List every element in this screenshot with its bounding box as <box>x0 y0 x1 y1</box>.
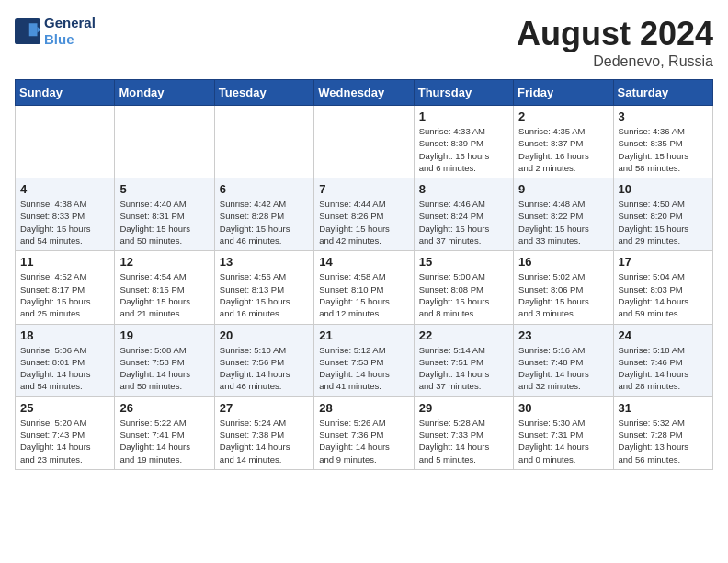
calendar-week-row: 25Sunrise: 5:20 AM Sunset: 7:43 PM Dayli… <box>16 396 713 469</box>
calendar-header-row: SundayMondayTuesdayWednesdayThursdayFrid… <box>16 80 713 106</box>
day-info: Sunrise: 5:30 AM Sunset: 7:31 PM Dayligh… <box>518 417 608 465</box>
calendar-week-row: 1Sunrise: 4:33 AM Sunset: 8:39 PM Daylig… <box>16 106 713 178</box>
day-number: 9 <box>518 182 608 196</box>
day-number: 22 <box>419 328 508 342</box>
day-info: Sunrise: 4:38 AM Sunset: 8:33 PM Dayligh… <box>20 198 109 247</box>
day-info: Sunrise: 4:54 AM Sunset: 8:15 PM Dayligh… <box>119 270 209 319</box>
day-info: Sunrise: 4:52 AM Sunset: 8:17 PM Dayligh… <box>20 270 109 319</box>
day-number: 7 <box>319 182 408 196</box>
calendar-cell: 8Sunrise: 4:46 AM Sunset: 8:24 PM Daylig… <box>414 178 513 251</box>
day-number: 6 <box>220 182 309 196</box>
day-info: Sunrise: 4:40 AM Sunset: 8:31 PM Dayligh… <box>119 198 209 247</box>
day-info: Sunrise: 4:50 AM Sunset: 8:20 PM Dayligh… <box>619 198 708 247</box>
day-number: 5 <box>119 182 209 196</box>
day-info: Sunrise: 4:42 AM Sunset: 8:28 PM Dayligh… <box>220 198 309 247</box>
calendar-cell <box>314 106 414 178</box>
day-number: 4 <box>20 182 109 196</box>
logo: General Blue <box>15 15 96 48</box>
day-info: Sunrise: 5:00 AM Sunset: 8:08 PM Dayligh… <box>419 270 508 319</box>
col-header-monday: Monday <box>115 80 214 106</box>
day-number: 19 <box>119 328 209 342</box>
calendar-week-row: 18Sunrise: 5:06 AM Sunset: 8:01 PM Dayli… <box>16 324 713 396</box>
page-header: General Blue August 2024 Dedenevo, Russi… <box>15 15 713 70</box>
day-number: 18 <box>20 328 109 342</box>
calendar-cell: 22Sunrise: 5:14 AM Sunset: 7:51 PM Dayli… <box>414 324 513 396</box>
calendar-cell: 16Sunrise: 5:02 AM Sunset: 8:06 PM Dayli… <box>514 251 613 324</box>
calendar-week-row: 4Sunrise: 4:38 AM Sunset: 8:33 PM Daylig… <box>16 178 713 251</box>
day-number: 29 <box>419 401 508 415</box>
day-info: Sunrise: 5:26 AM Sunset: 7:36 PM Dayligh… <box>319 417 408 465</box>
day-info: Sunrise: 5:18 AM Sunset: 7:46 PM Dayligh… <box>619 344 708 393</box>
day-number: 15 <box>419 255 508 269</box>
day-number: 21 <box>319 328 408 342</box>
day-info: Sunrise: 5:10 AM Sunset: 7:56 PM Dayligh… <box>220 344 309 393</box>
calendar-week-row: 11Sunrise: 4:52 AM Sunset: 8:17 PM Dayli… <box>16 251 713 324</box>
logo-icon <box>15 18 40 44</box>
calendar-cell: 17Sunrise: 5:04 AM Sunset: 8:03 PM Dayli… <box>613 251 712 324</box>
day-info: Sunrise: 4:33 AM Sunset: 8:39 PM Dayligh… <box>419 125 508 174</box>
calendar-cell: 11Sunrise: 4:52 AM Sunset: 8:17 PM Dayli… <box>16 251 115 324</box>
day-number: 16 <box>518 255 608 269</box>
day-info: Sunrise: 5:02 AM Sunset: 8:06 PM Dayligh… <box>518 270 608 319</box>
day-number: 27 <box>220 401 309 415</box>
calendar-cell: 15Sunrise: 5:00 AM Sunset: 8:08 PM Dayli… <box>414 251 513 324</box>
title-block: August 2024 Dedenevo, Russia <box>517 15 713 70</box>
calendar-cell: 12Sunrise: 4:54 AM Sunset: 8:15 PM Dayli… <box>115 251 214 324</box>
day-number: 17 <box>619 255 708 269</box>
calendar-cell: 2Sunrise: 4:35 AM Sunset: 8:37 PM Daylig… <box>514 106 613 178</box>
day-info: Sunrise: 4:46 AM Sunset: 8:24 PM Dayligh… <box>419 198 508 247</box>
calendar-cell: 26Sunrise: 5:22 AM Sunset: 7:41 PM Dayli… <box>115 396 214 469</box>
day-number: 14 <box>319 255 408 269</box>
day-number: 24 <box>619 328 708 342</box>
calendar-cell: 19Sunrise: 5:08 AM Sunset: 7:58 PM Dayli… <box>115 324 214 396</box>
col-header-saturday: Saturday <box>613 80 712 106</box>
day-number: 10 <box>619 182 708 196</box>
calendar-cell: 28Sunrise: 5:26 AM Sunset: 7:36 PM Dayli… <box>314 396 414 469</box>
month-year-title: August 2024 <box>517 15 713 53</box>
calendar-cell: 31Sunrise: 5:32 AM Sunset: 7:28 PM Dayli… <box>613 396 712 469</box>
day-number: 30 <box>518 401 608 415</box>
calendar-cell: 5Sunrise: 4:40 AM Sunset: 8:31 PM Daylig… <box>115 178 214 251</box>
day-number: 12 <box>119 255 209 269</box>
calendar-cell: 29Sunrise: 5:28 AM Sunset: 7:33 PM Dayli… <box>414 396 513 469</box>
day-number: 1 <box>419 109 508 123</box>
col-header-wednesday: Wednesday <box>314 80 414 106</box>
day-info: Sunrise: 5:08 AM Sunset: 7:58 PM Dayligh… <box>119 344 209 393</box>
calendar-cell <box>115 106 214 178</box>
calendar-cell: 1Sunrise: 4:33 AM Sunset: 8:39 PM Daylig… <box>414 106 513 178</box>
day-info: Sunrise: 4:36 AM Sunset: 8:35 PM Dayligh… <box>619 125 708 174</box>
calendar-cell: 20Sunrise: 5:10 AM Sunset: 7:56 PM Dayli… <box>214 324 313 396</box>
day-number: 8 <box>419 182 508 196</box>
logo-text: General Blue <box>44 15 96 48</box>
day-info: Sunrise: 5:06 AM Sunset: 8:01 PM Dayligh… <box>20 344 109 393</box>
col-header-friday: Friday <box>514 80 613 106</box>
calendar-cell: 23Sunrise: 5:16 AM Sunset: 7:48 PM Dayli… <box>514 324 613 396</box>
day-info: Sunrise: 5:20 AM Sunset: 7:43 PM Dayligh… <box>20 417 109 465</box>
day-number: 26 <box>119 401 209 415</box>
calendar-cell: 10Sunrise: 4:50 AM Sunset: 8:20 PM Dayli… <box>613 178 712 251</box>
calendar-cell: 9Sunrise: 4:48 AM Sunset: 8:22 PM Daylig… <box>514 178 613 251</box>
calendar-cell <box>214 106 313 178</box>
calendar-cell: 24Sunrise: 5:18 AM Sunset: 7:46 PM Dayli… <box>613 324 712 396</box>
day-info: Sunrise: 4:35 AM Sunset: 8:37 PM Dayligh… <box>518 125 608 174</box>
day-number: 31 <box>619 401 708 415</box>
calendar-cell: 6Sunrise: 4:42 AM Sunset: 8:28 PM Daylig… <box>214 178 313 251</box>
day-info: Sunrise: 4:56 AM Sunset: 8:13 PM Dayligh… <box>220 270 309 319</box>
calendar-cell: 13Sunrise: 4:56 AM Sunset: 8:13 PM Dayli… <box>214 251 313 324</box>
day-info: Sunrise: 5:16 AM Sunset: 7:48 PM Dayligh… <box>518 344 608 393</box>
day-number: 13 <box>220 255 309 269</box>
day-number: 20 <box>220 328 309 342</box>
calendar-cell: 27Sunrise: 5:24 AM Sunset: 7:38 PM Dayli… <box>214 396 313 469</box>
calendar-table: SundayMondayTuesdayWednesdayThursdayFrid… <box>15 79 713 470</box>
calendar-cell: 30Sunrise: 5:30 AM Sunset: 7:31 PM Dayli… <box>514 396 613 469</box>
calendar-cell: 3Sunrise: 4:36 AM Sunset: 8:35 PM Daylig… <box>613 106 712 178</box>
day-info: Sunrise: 5:22 AM Sunset: 7:41 PM Dayligh… <box>119 417 209 465</box>
calendar-cell: 25Sunrise: 5:20 AM Sunset: 7:43 PM Dayli… <box>16 396 115 469</box>
day-info: Sunrise: 4:58 AM Sunset: 8:10 PM Dayligh… <box>319 270 408 319</box>
day-info: Sunrise: 4:48 AM Sunset: 8:22 PM Dayligh… <box>518 198 608 247</box>
calendar-cell: 18Sunrise: 5:06 AM Sunset: 8:01 PM Dayli… <box>16 324 115 396</box>
day-info: Sunrise: 4:44 AM Sunset: 8:26 PM Dayligh… <box>319 198 408 247</box>
day-info: Sunrise: 5:24 AM Sunset: 7:38 PM Dayligh… <box>220 417 309 465</box>
day-info: Sunrise: 5:14 AM Sunset: 7:51 PM Dayligh… <box>419 344 508 393</box>
col-header-thursday: Thursday <box>414 80 513 106</box>
